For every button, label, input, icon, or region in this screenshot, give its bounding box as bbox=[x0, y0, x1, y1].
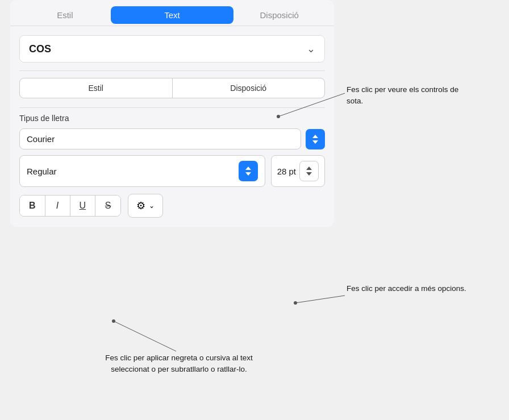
italic-button[interactable]: I bbox=[45, 196, 70, 216]
annotation-sub-tabs: Fes clic per veure els controls de sota. bbox=[347, 84, 472, 106]
font-section-label: Tipus de lletra bbox=[19, 114, 325, 123]
font-family-name: Courier bbox=[27, 134, 55, 144]
divider-1 bbox=[19, 70, 325, 71]
svg-point-3 bbox=[294, 301, 297, 305]
font-style-stepper[interactable] bbox=[239, 161, 258, 181]
sub-tab-disposicio[interactable]: Disposició bbox=[173, 78, 325, 98]
sub-tab-estil[interactable]: Estil bbox=[20, 78, 173, 98]
panel-content: COS ⌄ Estil Disposició Tipus de lletra C… bbox=[10, 26, 334, 227]
font-family-row: Courier bbox=[19, 128, 325, 149]
font-size-box[interactable]: 28 pt bbox=[271, 155, 325, 187]
italic-icon: I bbox=[56, 201, 59, 211]
style-dropdown-label: COS bbox=[29, 43, 51, 55]
underline-icon: U bbox=[80, 201, 86, 211]
size-stepper-up-icon bbox=[306, 167, 312, 170]
style-stepper-down-icon bbox=[245, 172, 251, 176]
font-style-row: Regular 28 pt bbox=[19, 155, 325, 187]
style-dropdown[interactable]: COS ⌄ bbox=[19, 35, 325, 63]
tab-disposicio[interactable]: Disposició bbox=[233, 5, 325, 26]
stepper-up-icon bbox=[312, 135, 318, 138]
divider-2 bbox=[19, 107, 325, 108]
more-options-chevron: ⌄ bbox=[149, 202, 155, 210]
font-family-stepper[interactable] bbox=[306, 129, 325, 149]
more-options-button[interactable]: ⚙ ⌄ bbox=[128, 194, 163, 218]
font-style-select[interactable]: Regular bbox=[19, 155, 265, 187]
svg-line-4 bbox=[114, 321, 176, 351]
svg-point-5 bbox=[112, 319, 115, 323]
bold-button[interactable]: B bbox=[20, 196, 45, 216]
format-buttons-group: B I U S bbox=[19, 195, 121, 217]
stepper-down-icon bbox=[312, 140, 318, 144]
underline-button[interactable]: U bbox=[70, 196, 96, 216]
annotation-more-options: Fes clic per accedir a més opcions. bbox=[347, 283, 466, 294]
style-stepper-up-icon bbox=[245, 167, 251, 170]
annotation-format: Fes clic per aplicar negreta o cursiva a… bbox=[94, 352, 264, 375]
size-stepper-down-icon bbox=[306, 172, 312, 176]
font-style-name: Regular bbox=[27, 167, 57, 176]
sub-tab-bar: Estil Disposició bbox=[19, 78, 325, 98]
format-row: B I U S ⚙ ⌄ bbox=[19, 194, 325, 218]
chevron-down-icon: ⌄ bbox=[307, 43, 315, 55]
tab-text[interactable]: Text bbox=[111, 6, 234, 24]
font-size-stepper[interactable] bbox=[299, 161, 319, 181]
font-family-select[interactable]: Courier bbox=[19, 128, 301, 149]
gear-icon: ⚙ bbox=[136, 199, 145, 212]
bold-icon: B bbox=[29, 201, 36, 211]
strikethrough-icon: S bbox=[105, 201, 111, 211]
svg-line-2 bbox=[295, 296, 345, 303]
font-size-value: 28 pt bbox=[277, 167, 296, 176]
inspector-panel: Estil Text Disposició COS ⌄ Estil Dispos… bbox=[10, 0, 334, 227]
tab-estil[interactable]: Estil bbox=[19, 5, 111, 26]
strikethrough-button[interactable]: S bbox=[95, 196, 120, 216]
tab-bar: Estil Text Disposició bbox=[10, 0, 334, 26]
